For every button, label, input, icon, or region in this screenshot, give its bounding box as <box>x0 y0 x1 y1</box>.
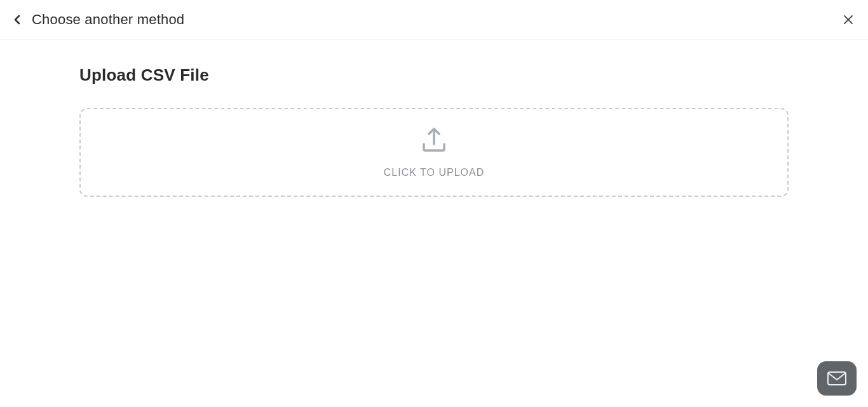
upload-dropzone[interactable]: CLICK TO UPLOAD <box>79 108 789 197</box>
modal-header: Choose another method <box>0 0 868 40</box>
close-button[interactable] <box>843 14 854 25</box>
content-area: Upload CSV File CLICK TO UPLOAD <box>0 40 868 197</box>
close-icon <box>843 15 853 25</box>
upload-prompt-text: CLICK TO UPLOAD <box>384 167 484 178</box>
header-title[interactable]: Choose another method <box>32 11 184 28</box>
page-title: Upload CSV File <box>79 65 789 85</box>
back-button[interactable] <box>11 14 23 25</box>
mail-icon <box>827 371 846 385</box>
svg-rect-3 <box>828 372 846 385</box>
help-button[interactable] <box>817 361 857 396</box>
chevron-left-icon <box>14 15 20 25</box>
header-left: Choose another method <box>11 11 184 28</box>
upload-icon <box>420 126 448 156</box>
